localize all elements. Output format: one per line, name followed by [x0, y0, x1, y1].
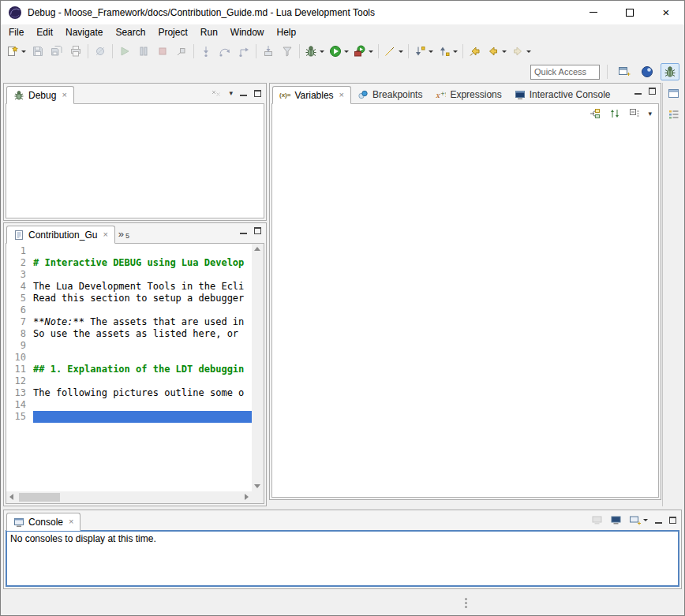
scroll-down-icon[interactable]: [254, 484, 260, 488]
code-text[interactable]: [33, 399, 252, 411]
sash-grip[interactable]: [465, 602, 467, 604]
maximize-view-button[interactable]: [649, 88, 656, 95]
tab-contribution-guide[interactable]: Contribution_Gu ×: [6, 226, 115, 244]
skip-breakpoints-button[interactable]: [92, 43, 109, 60]
clear-console-button[interactable]: [591, 514, 603, 526]
minimize-view-button[interactable]: [240, 90, 247, 96]
restore-view-button[interactable]: [664, 106, 683, 123]
maximize-view-button[interactable]: [254, 90, 261, 97]
close-icon[interactable]: ×: [103, 230, 107, 239]
editor-line[interactable]: 14: [6, 399, 252, 411]
debug-perspective-button[interactable]: [661, 63, 679, 80]
close-icon[interactable]: ×: [69, 517, 73, 526]
tab-interactive-console[interactable]: Interactive Console: [508, 85, 617, 103]
editor-line[interactable]: 13The following pictures outline some o: [6, 387, 252, 399]
code-text[interactable]: The following pictures outline some o: [33, 387, 252, 399]
open-console-button[interactable]: [629, 514, 648, 526]
scroll-right-icon[interactable]: [245, 494, 249, 500]
scroll-left-icon[interactable]: [9, 494, 13, 500]
save-button[interactable]: [29, 43, 47, 60]
code-text[interactable]: [33, 375, 252, 387]
previous-annotation-button[interactable]: [436, 43, 459, 60]
editor-text-area[interactable]: 1 2# Interactive DEBUG using Lua Develop…: [6, 244, 252, 491]
display-selected-console-button[interactable]: [610, 514, 622, 526]
code-text[interactable]: [33, 304, 252, 316]
view-menu-icon[interactable]: ▾: [648, 110, 652, 118]
code-text[interactable]: Read this section to setup a debugger: [33, 293, 252, 304]
next-annotation-button[interactable]: [412, 43, 435, 60]
dropdown-icon[interactable]: [344, 50, 349, 53]
editor-line[interactable]: 8So use the assets as listed here, or: [6, 328, 252, 340]
lua-perspective-button[interactable]: [638, 63, 657, 80]
editor-line[interactable]: 6: [6, 304, 252, 316]
dropdown-icon[interactable]: [369, 50, 373, 53]
editor-line[interactable]: 4The Lua Development Tools in the Ecli: [6, 281, 252, 293]
resume-button[interactable]: [116, 43, 133, 60]
tab-expressions[interactable]: x+y Expressions: [429, 85, 507, 103]
editor-line[interactable]: 2# Interactive DEBUG using Lua Develop: [6, 257, 252, 269]
menu-run[interactable]: Run: [194, 24, 224, 41]
step-over-button[interactable]: [216, 43, 234, 60]
quick-access-input[interactable]: [530, 65, 600, 80]
code-text[interactable]: **Note:** The assets that are used in: [33, 316, 252, 328]
minimize-view-button[interactable]: [655, 517, 662, 524]
run-button[interactable]: [328, 43, 350, 60]
tab-variables[interactable]: (x)= Variables ×: [272, 86, 351, 104]
save-all-button[interactable]: [48, 43, 66, 60]
close-button[interactable]: ×: [648, 1, 684, 24]
tab-breakpoints[interactable]: Breakpoints: [351, 85, 429, 103]
dropdown-icon[interactable]: [526, 50, 531, 53]
suspend-button[interactable]: [135, 43, 152, 60]
maximize-button[interactable]: [612, 1, 648, 24]
dropdown-icon[interactable]: [453, 50, 458, 53]
editor-tab-overflow[interactable]: » 5: [115, 225, 133, 243]
vertical-scrollbar[interactable]: [252, 244, 264, 491]
minimize-view-button[interactable]: [240, 228, 247, 234]
print-button[interactable]: [67, 43, 84, 60]
editor-line[interactable]: 11## 1. Explanation of the LDT debuggin: [6, 364, 252, 375]
maximize-view-button[interactable]: [669, 517, 676, 524]
code-text[interactable]: So use the assets as listed here, or: [33, 328, 252, 340]
menu-edit[interactable]: Edit: [30, 24, 59, 41]
step-return-button[interactable]: [235, 43, 253, 60]
menu-help[interactable]: Help: [271, 24, 303, 41]
dropdown-icon[interactable]: [643, 519, 648, 521]
back-button[interactable]: [485, 43, 508, 60]
tab-debug[interactable]: Debug ×: [6, 86, 74, 104]
editor-line-selected[interactable]: 15: [6, 411, 252, 423]
terminate-button[interactable]: [154, 43, 171, 60]
editor-line[interactable]: 1: [6, 245, 252, 257]
new-wizard-button[interactable]: [5, 43, 28, 60]
code-text[interactable]: # Interactive DEBUG using Lua Develop: [33, 257, 252, 269]
forward-button[interactable]: [510, 43, 533, 60]
open-perspective-button[interactable]: [615, 63, 634, 80]
minimize-button[interactable]: [575, 1, 612, 24]
code-text[interactable]: ## 1. Explanation of the LDT debuggin: [33, 364, 252, 375]
disconnect-button[interactable]: [173, 43, 190, 60]
mark-occurrences-button[interactable]: [382, 43, 405, 60]
maximize-view-button[interactable]: [254, 227, 261, 234]
horizontal-scrollbar[interactable]: [6, 491, 252, 503]
menu-file[interactable]: File: [2, 24, 30, 41]
code-text[interactable]: The Lua Development Tools in the Ecli: [33, 281, 252, 293]
show-type-names-button[interactable]: [608, 107, 621, 120]
step-into-button[interactable]: [197, 43, 215, 60]
code-text[interactable]: [33, 352, 252, 364]
code-text[interactable]: [33, 340, 252, 352]
editor-line[interactable]: 3: [6, 269, 252, 281]
menu-window[interactable]: Window: [224, 24, 271, 41]
dropdown-icon[interactable]: [21, 50, 26, 53]
dropdown-icon[interactable]: [429, 50, 433, 53]
menu-navigate[interactable]: Navigate: [59, 24, 109, 41]
debug-button[interactable]: [303, 43, 326, 60]
scrollbar-thumb[interactable]: [19, 493, 60, 502]
close-icon[interactable]: ×: [62, 91, 66, 99]
drop-to-frame-button[interactable]: [260, 43, 277, 60]
external-tools-button[interactable]: [352, 43, 375, 60]
menu-search[interactable]: Search: [109, 24, 152, 41]
editor-line[interactable]: 12: [6, 375, 252, 387]
use-step-filters-button[interactable]: [279, 43, 296, 60]
minimize-view-button[interactable]: [634, 88, 642, 95]
editor-line[interactable]: 5Read this section to setup a debugger: [6, 293, 252, 304]
code-text[interactable]: [33, 269, 252, 281]
